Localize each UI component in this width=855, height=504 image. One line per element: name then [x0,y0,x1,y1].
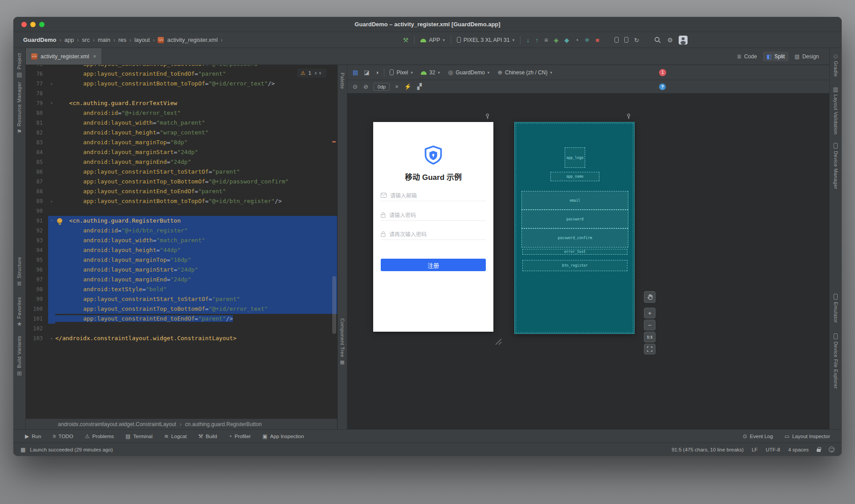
blueprint-box-btn_register[interactable]: btn_register [522,260,627,271]
editor-scrollbar[interactable] [332,65,337,419]
night-mode-icon[interactable]: ◑ [375,69,379,75]
clear-constraints-icon[interactable]: × [395,84,399,89]
zoom-reset-button[interactable]: 1:1 [644,332,656,342]
tool-window-button-terminal[interactable]: ▤Terminal [126,434,153,439]
breadcrumb-item-activity-register-xml[interactable]: activity_register.xml [167,37,217,43]
avatar[interactable] [679,36,688,45]
tool-window-button-event-log[interactable]: ⊙Event Log [743,434,773,439]
blueprint-mode-icon[interactable]: ◪ [364,69,369,75]
tab-activity-register-xml[interactable]: </> activity_register.xml × [26,48,102,65]
default-margin-selector[interactable]: 0dp [374,83,390,91]
pan-tool-button[interactable] [644,291,656,303]
indent-widget[interactable]: 4 spaces [788,447,809,452]
design-surface-icon[interactable]: ▤ [353,69,358,75]
locale-dropdown[interactable]: ⊕Chinese (zh / CN)▾ [497,69,552,76]
input-row-2[interactable]: 请输入密码 [381,209,486,221]
device-mirroring-icon[interactable] [624,37,628,43]
breadcrumb-item-src[interactable]: src [82,37,90,43]
toolwindow-toggle-icon[interactable]: ▦ [20,447,25,452]
view-mode-code[interactable]: ≣Code [733,52,761,61]
tool-window-button-build[interactable]: ⚒Build [198,434,217,439]
settings-gear-icon[interactable]: ⚙ [667,37,673,43]
apply-changes-icon[interactable]: ✳ [585,37,590,43]
vcs-update-icon[interactable]: ↓ [526,37,529,43]
attach-debugger-icon[interactable]: ◆ [564,37,569,43]
blueprint-box-password_confirm[interactable]: password_confirm [521,228,628,248]
input-row-1[interactable]: 请输入邮箱 [381,190,486,201]
inspection-widget[interactable]: ⚠ 1 ∧∨ [297,69,326,77]
tool-stripe-palette[interactable]: Palette [340,70,345,91]
tool-stripe-resource-manager[interactable]: Resource Manager⚑ [17,80,22,137]
tool-stripe-emulator[interactable]: Emulator [833,292,838,325]
tool-stripe-structure[interactable]: Structure≣ [17,255,22,289]
tool-window-button-profiler[interactable]: ◔Profiler [228,434,251,439]
tool-window-button-app-inspection[interactable]: ▣App Inspection [262,434,304,439]
api-level-dropdown[interactable]: 32▾ [421,69,440,76]
close-button[interactable] [21,22,27,27]
preview-title[interactable]: 移动 Guard 示例 [373,171,493,182]
blueprint-box-app_name[interactable]: app_name [550,172,599,181]
infer-constraints-icon[interactable]: ⚡ [404,84,411,89]
tool-window-button-problems[interactable]: ⚠Problems [85,434,114,439]
device-dropdown[interactable]: Pixel▾ [390,69,413,76]
scrollbar-thumb[interactable] [332,276,336,334]
view-mode-design[interactable]: ▨Design [790,52,823,61]
breadcrumb-item-main[interactable]: main [98,37,110,43]
breadcrumb-item-app[interactable]: app [64,37,74,43]
register-button-preview[interactable]: 注册 [381,259,486,271]
breadcrumb-item-res[interactable]: res [118,37,126,43]
code-editor[interactable]: 75 app:layout_constraintTop_toBottomOf="… [26,65,337,419]
design-surface[interactable]: 移动 Guard 示例 请输入邮箱请输入密码请再次输入密码 注册 app_log… [347,93,829,429]
sync-project-icon[interactable]: ↻ [634,37,639,43]
blueprint-box-app_logo[interactable]: app_logo [565,147,585,168]
zoom-out-button[interactable]: − [644,320,656,330]
minimize-button[interactable] [30,22,36,27]
caret-position-widget[interactable]: 91:5 (475 chars, 10 line breaks) [672,447,744,452]
help-icon[interactable]: ? [659,83,666,90]
tool-stripe-favorites[interactable]: Favorites★ [17,295,22,329]
design-preview-frame[interactable]: 移动 Guard 示例 请输入邮箱请输入密码请再次输入密码 注册 [373,122,493,332]
stop-icon[interactable]: ■ [595,37,599,43]
issue-badge[interactable]: 1 [659,69,666,76]
zoom-to-fit-button[interactable] [644,344,656,354]
resize-handle[interactable] [494,337,502,345]
blueprint-box-email[interactable]: email [521,191,628,210]
breadcrumb-element-registerbutton[interactable]: cn.authing.guard.RegisterButton [185,421,262,427]
tool-stripe-device-manager[interactable]: Device Manager [833,141,838,191]
tool-window-button-run[interactable]: ▶Run [25,434,41,439]
local-changes-icon[interactable]: ≡ [544,37,548,43]
breadcrumb-element-constraintlayout[interactable]: androidx.constraintlayout.widget.Constra… [58,421,176,427]
tool-stripe-project[interactable]: Project▤ [16,51,22,80]
encoding-widget[interactable]: UTF-8 [765,447,780,452]
blueprint-box-error_text[interactable]: error_text [522,249,627,255]
fullscreen-button[interactable] [39,22,45,27]
breadcrumb-item-guarddemo[interactable]: GuardDemo [23,37,56,43]
tool-window-button-layout-inspector[interactable]: ▭Layout Inspector [785,434,830,439]
tool-window-button-todo[interactable]: ≡TODO [53,434,73,439]
prev-next-warning-arrows[interactable]: ∧∨ [314,71,323,75]
blueprint-box-password[interactable]: password [521,210,628,228]
autoconnect-off-icon[interactable]: ⊘ [363,84,368,89]
zoom-in-button[interactable]: + [644,308,656,318]
line-separator-widget[interactable]: LF [752,447,757,452]
run-configuration-dropdown[interactable]: APP ▾ [420,37,445,43]
tool-stripe-device-file-explorer[interactable]: Device File Explorer [833,331,838,391]
vcs-commit-icon[interactable]: ↑ [535,37,538,43]
build-hammer-icon[interactable]: ⚒ [403,37,409,43]
readonly-lock-icon[interactable] [817,449,821,452]
debug-icon[interactable]: ◈ [554,37,558,43]
tool-stripe-component-tree[interactable]: Component Tree ▦ [340,316,345,367]
tool-window-button-logcat[interactable]: ≋Logcat [164,434,187,439]
breadcrumb-item-layout[interactable]: layout [134,37,150,43]
tool-stripe-gradle[interactable]: ◇Gradle [833,51,838,79]
profiler-icon[interactable]: ◔ [575,37,578,43]
view-mode-split[interactable]: ◧Split [763,52,789,61]
input-row-3[interactable]: 请再次输入密码 [381,228,486,240]
target-device-dropdown[interactable]: PIXEL 3 XL API 31 ▾ [457,37,515,43]
tool-stripe-build-variants[interactable]: Build Variants⊞ [17,333,22,378]
theme-dropdown[interactable]: ◎GuardDemo▾ [448,69,489,76]
device-manager-icon[interactable] [615,37,619,43]
intention-bulb-icon[interactable] [57,218,62,224]
authing-shield-logo[interactable] [423,145,443,167]
feedback-smiley-icon[interactable] [829,447,835,452]
